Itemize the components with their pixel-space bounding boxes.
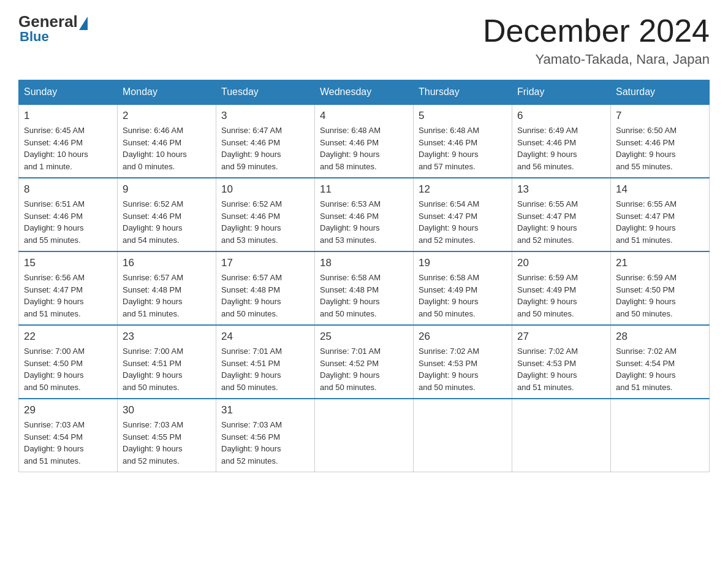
day-info: Sunrise: 6:47 AMSunset: 4:46 PMDaylight:… <box>221 124 309 172</box>
day-number: 19 <box>419 257 507 269</box>
calendar-day-cell: 10Sunrise: 6:52 AMSunset: 4:46 PMDayligh… <box>216 178 315 251</box>
day-info: Sunrise: 6:49 AMSunset: 4:46 PMDaylight:… <box>517 124 605 172</box>
day-number: 26 <box>419 331 507 343</box>
month-title: December 2024 <box>483 12 710 49</box>
day-info: Sunrise: 7:00 AMSunset: 4:50 PMDaylight:… <box>24 345 112 393</box>
calendar-week-row: 22Sunrise: 7:00 AMSunset: 4:50 PMDayligh… <box>19 325 710 399</box>
day-info: Sunrise: 6:58 AMSunset: 4:48 PMDaylight:… <box>320 272 408 320</box>
weekday-header-sunday: Sunday <box>19 80 118 105</box>
day-info: Sunrise: 6:50 AMSunset: 4:46 PMDaylight:… <box>616 124 704 172</box>
day-number: 13 <box>517 183 605 196</box>
weekday-header-wednesday: Wednesday <box>315 80 414 105</box>
day-number: 14 <box>616 183 704 196</box>
day-number: 23 <box>123 331 211 343</box>
day-number: 21 <box>616 257 704 269</box>
calendar-day-cell: 28Sunrise: 7:02 AMSunset: 4:54 PMDayligh… <box>611 325 710 399</box>
day-info: Sunrise: 6:55 AMSunset: 4:47 PMDaylight:… <box>517 198 605 246</box>
day-number: 2 <box>123 110 211 122</box>
calendar-day-cell: 4Sunrise: 6:48 AMSunset: 4:46 PMDaylight… <box>315 104 414 178</box>
calendar-day-cell: 6Sunrise: 6:49 AMSunset: 4:46 PMDaylight… <box>512 104 611 178</box>
day-info: Sunrise: 7:03 AMSunset: 4:56 PMDaylight:… <box>221 419 309 467</box>
weekday-header-monday: Monday <box>118 80 216 105</box>
day-number: 29 <box>24 404 112 416</box>
calendar-day-cell: 5Sunrise: 6:48 AMSunset: 4:46 PMDaylight… <box>414 104 512 178</box>
day-info: Sunrise: 7:02 AMSunset: 4:53 PMDaylight:… <box>419 345 507 393</box>
day-number: 4 <box>320 110 408 122</box>
day-info: Sunrise: 6:59 AMSunset: 4:49 PMDaylight:… <box>517 272 605 320</box>
day-info: Sunrise: 7:01 AMSunset: 4:52 PMDaylight:… <box>320 345 408 393</box>
calendar-day-cell: 25Sunrise: 7:01 AMSunset: 4:52 PMDayligh… <box>315 325 414 399</box>
calendar-day-cell: 1Sunrise: 6:45 AMSunset: 4:46 PMDaylight… <box>19 104 118 178</box>
calendar-day-cell: 2Sunrise: 6:46 AMSunset: 4:46 PMDaylight… <box>118 104 216 178</box>
weekday-header-row: SundayMondayTuesdayWednesdayThursdayFrid… <box>19 80 710 105</box>
calendar-day-cell: 18Sunrise: 6:58 AMSunset: 4:48 PMDayligh… <box>315 251 414 325</box>
day-number: 22 <box>24 331 112 343</box>
day-info: Sunrise: 6:52 AMSunset: 4:46 PMDaylight:… <box>221 198 309 246</box>
calendar-empty-cell <box>512 399 611 472</box>
calendar-day-cell: 26Sunrise: 7:02 AMSunset: 4:53 PMDayligh… <box>414 325 512 399</box>
day-number: 10 <box>221 183 309 196</box>
day-number: 3 <box>221 110 309 122</box>
day-info: Sunrise: 6:48 AMSunset: 4:46 PMDaylight:… <box>419 124 507 172</box>
calendar-empty-cell <box>414 399 512 472</box>
day-info: Sunrise: 6:58 AMSunset: 4:49 PMDaylight:… <box>419 272 507 320</box>
calendar-week-row: 8Sunrise: 6:51 AMSunset: 4:46 PMDaylight… <box>19 178 710 251</box>
day-number: 9 <box>123 183 211 196</box>
day-number: 24 <box>221 331 309 343</box>
day-info: Sunrise: 6:52 AMSunset: 4:46 PMDaylight:… <box>123 198 211 246</box>
day-info: Sunrise: 6:57 AMSunset: 4:48 PMDaylight:… <box>123 272 211 320</box>
day-number: 16 <box>123 257 211 269</box>
day-info: Sunrise: 7:00 AMSunset: 4:51 PMDaylight:… <box>123 345 211 393</box>
day-info: Sunrise: 6:54 AMSunset: 4:47 PMDaylight:… <box>419 198 507 246</box>
day-info: Sunrise: 6:57 AMSunset: 4:48 PMDaylight:… <box>221 272 309 320</box>
calendar-day-cell: 19Sunrise: 6:58 AMSunset: 4:49 PMDayligh… <box>414 251 512 325</box>
day-info: Sunrise: 6:59 AMSunset: 4:50 PMDaylight:… <box>616 272 704 320</box>
calendar-week-row: 15Sunrise: 6:56 AMSunset: 4:47 PMDayligh… <box>19 251 710 325</box>
calendar-day-cell: 9Sunrise: 6:52 AMSunset: 4:46 PMDaylight… <box>118 178 216 251</box>
calendar-table: SundayMondayTuesdayWednesdayThursdayFrid… <box>18 80 710 472</box>
location-title: Yamato-Takada, Nara, Japan <box>483 52 710 67</box>
calendar-empty-cell <box>315 399 414 472</box>
calendar-day-cell: 27Sunrise: 7:02 AMSunset: 4:53 PMDayligh… <box>512 325 611 399</box>
calendar-day-cell: 29Sunrise: 7:03 AMSunset: 4:54 PMDayligh… <box>19 399 118 472</box>
day-number: 7 <box>616 110 704 122</box>
calendar-day-cell: 12Sunrise: 6:54 AMSunset: 4:47 PMDayligh… <box>414 178 512 251</box>
weekday-header-tuesday: Tuesday <box>216 80 315 105</box>
calendar-day-cell: 22Sunrise: 7:00 AMSunset: 4:50 PMDayligh… <box>19 325 118 399</box>
day-number: 30 <box>123 404 211 416</box>
day-number: 25 <box>320 331 408 343</box>
calendar-day-cell: 24Sunrise: 7:01 AMSunset: 4:51 PMDayligh… <box>216 325 315 399</box>
day-number: 6 <box>517 110 605 122</box>
calendar-day-cell: 16Sunrise: 6:57 AMSunset: 4:48 PMDayligh… <box>118 251 216 325</box>
day-info: Sunrise: 6:56 AMSunset: 4:47 PMDaylight:… <box>24 272 112 320</box>
day-info: Sunrise: 6:46 AMSunset: 4:46 PMDaylight:… <box>123 124 211 172</box>
calendar-day-cell: 17Sunrise: 6:57 AMSunset: 4:48 PMDayligh… <box>216 251 315 325</box>
day-info: Sunrise: 7:03 AMSunset: 4:54 PMDaylight:… <box>24 419 112 467</box>
day-number: 20 <box>517 257 605 269</box>
calendar-day-cell: 31Sunrise: 7:03 AMSunset: 4:56 PMDayligh… <box>216 399 315 472</box>
day-info: Sunrise: 7:02 AMSunset: 4:54 PMDaylight:… <box>616 345 704 393</box>
day-number: 31 <box>221 404 309 416</box>
weekday-header-thursday: Thursday <box>414 80 512 105</box>
day-number: 1 <box>24 110 112 122</box>
calendar-week-row: 1Sunrise: 6:45 AMSunset: 4:46 PMDaylight… <box>19 104 710 178</box>
calendar-empty-cell <box>611 399 710 472</box>
day-number: 8 <box>24 183 112 196</box>
day-info: Sunrise: 6:51 AMSunset: 4:46 PMDaylight:… <box>24 198 112 246</box>
calendar-day-cell: 23Sunrise: 7:00 AMSunset: 4:51 PMDayligh… <box>118 325 216 399</box>
calendar-day-cell: 7Sunrise: 6:50 AMSunset: 4:46 PMDaylight… <box>611 104 710 178</box>
title-area: December 2024 Yamato-Takada, Nara, Japan <box>483 12 710 67</box>
day-number: 17 <box>221 257 309 269</box>
day-number: 12 <box>419 183 507 196</box>
day-number: 28 <box>616 331 704 343</box>
weekday-header-saturday: Saturday <box>611 80 710 105</box>
calendar-day-cell: 15Sunrise: 6:56 AMSunset: 4:47 PMDayligh… <box>19 251 118 325</box>
day-number: 18 <box>320 257 408 269</box>
calendar-day-cell: 20Sunrise: 6:59 AMSunset: 4:49 PMDayligh… <box>512 251 611 325</box>
day-info: Sunrise: 6:53 AMSunset: 4:46 PMDaylight:… <box>320 198 408 246</box>
day-number: 15 <box>24 257 112 269</box>
logo-triangle-icon <box>79 17 88 30</box>
day-number: 5 <box>419 110 507 122</box>
calendar-day-cell: 21Sunrise: 6:59 AMSunset: 4:50 PMDayligh… <box>611 251 710 325</box>
day-info: Sunrise: 7:01 AMSunset: 4:51 PMDaylight:… <box>221 345 309 393</box>
